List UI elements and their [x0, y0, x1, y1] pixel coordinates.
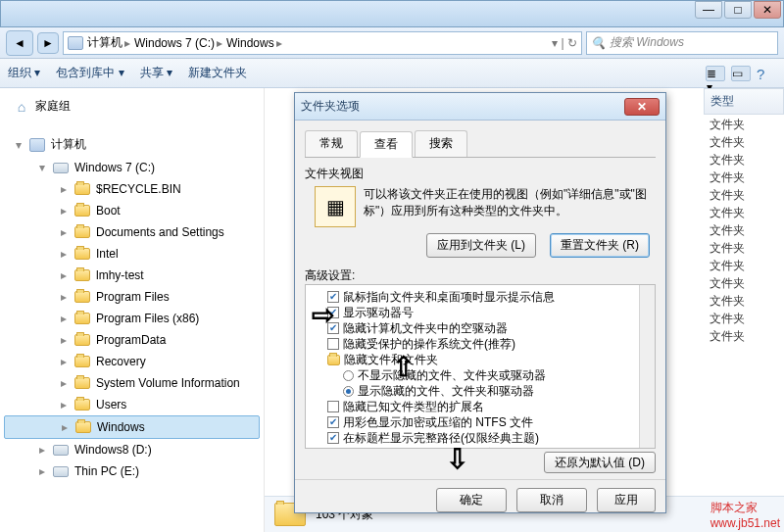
- folder-icon: [75, 421, 91, 433]
- dialog-title: 文件夹选项: [301, 98, 360, 115]
- radio-icon[interactable]: [343, 370, 354, 381]
- scrollbar[interactable]: [639, 285, 655, 448]
- type-cell: 文件夹: [704, 256, 784, 273]
- tree-folder[interactable]: ▸Windows: [4, 415, 260, 439]
- tab-general[interactable]: 常规: [305, 130, 358, 157]
- checkbox-icon[interactable]: [327, 338, 339, 350]
- folder-icon: [74, 248, 90, 260]
- adv-setting-item[interactable]: 隐藏受保护的操作系统文件(推荐): [308, 336, 653, 352]
- apply-button[interactable]: 应用: [597, 488, 656, 512]
- folder-view-label: 文件夹视图: [305, 166, 656, 182]
- adv-setting-item[interactable]: ✔显示驱动器号: [308, 305, 653, 320]
- adv-setting-item[interactable]: ✔用彩色显示加密或压缩的 NTFS 文件: [308, 414, 653, 430]
- drive-icon: [53, 163, 69, 173]
- tree-drive-e[interactable]: ▸Thin PC (E:): [4, 460, 260, 482]
- reset-folders-button[interactable]: 重置文件夹 (R): [550, 233, 650, 258]
- folder-view-icon: ▦: [315, 186, 356, 227]
- adv-setting-item[interactable]: ✔在标题栏显示完整路径(仅限经典主题): [308, 430, 653, 446]
- breadcrumb[interactable]: 计算机: [87, 34, 122, 51]
- apply-to-folders-button[interactable]: 应用到文件夹 (L): [426, 233, 536, 258]
- folder-icon: [327, 355, 340, 365]
- navigation-tree[interactable]: ⌂家庭组 ▾计算机 ▾Windows 7 (C:) ▸$RECYCLE.BIN▸…: [0, 88, 265, 532]
- tree-folder[interactable]: ▸Documents and Settings: [4, 221, 260, 243]
- tree-folder[interactable]: ▸Program Files: [4, 286, 260, 308]
- toolbar: 组织 ▾ 包含到库中 ▾ 共享 ▾ 新建文件夹 ≣ ▾ ▭ ?: [0, 59, 784, 88]
- advanced-settings-label: 高级设置:: [305, 267, 656, 284]
- advanced-settings-list[interactable]: ✔鼠标指向文件夹和桌面项时显示提示信息✔显示驱动器号✔隐藏计算机文件夹中的空驱动…: [305, 284, 656, 449]
- arrow-indicator-icon: ⇩: [446, 443, 468, 475]
- checkbox-icon[interactable]: [327, 401, 339, 412]
- watermark: 脚本之家 www.jb51.net: [710, 500, 780, 530]
- folder-icon: [74, 291, 90, 303]
- arrow-indicator-icon: ⇨: [312, 299, 334, 331]
- ok-button[interactable]: 确定: [436, 488, 507, 512]
- type-cell: 文件夹: [704, 291, 784, 309]
- maximize-button[interactable]: □: [724, 1, 752, 19]
- adv-setting-item[interactable]: 在单独的进程中打开文件夹窗口: [308, 446, 653, 449]
- folder-icon: [74, 205, 90, 217]
- adv-setting-item[interactable]: ✔隐藏计算机文件夹中的空驱动器: [308, 320, 653, 336]
- breadcrumb[interactable]: Windows: [226, 36, 274, 50]
- forward-button[interactable]: ►: [37, 32, 59, 54]
- drive-icon: [53, 466, 69, 477]
- folder-icon: [74, 377, 90, 389]
- tree-folder[interactable]: ▸Recovery: [4, 351, 260, 372]
- share-menu[interactable]: 共享 ▾: [140, 65, 172, 81]
- tree-folder[interactable]: ▸Intel: [4, 243, 260, 265]
- dialog-tabs: 常规 查看 搜索: [305, 130, 656, 158]
- tree-folder[interactable]: ▸Program Files (x86): [4, 308, 260, 329]
- type-cell: 文件夹: [704, 203, 784, 220]
- folder-icon: [74, 313, 90, 324]
- tree-drive-c[interactable]: ▾Windows 7 (C:): [4, 157, 260, 178]
- tree-homegroup[interactable]: ⌂家庭组: [4, 94, 260, 119]
- type-cell: 文件夹: [704, 132, 784, 150]
- tree-computer[interactable]: ▾计算机: [4, 132, 260, 157]
- checkbox-icon[interactable]: ✔: [327, 416, 339, 428]
- tree-folder[interactable]: ▸Users: [4, 394, 260, 415]
- radio-icon[interactable]: [343, 386, 354, 397]
- window-titlebar: — □ ✕: [0, 0, 784, 27]
- type-cell: 文件夹: [704, 273, 784, 291]
- column-header-type[interactable]: 类型: [704, 88, 784, 115]
- view-mode-button[interactable]: ≣ ▾: [706, 66, 725, 81]
- address-bar[interactable]: 计算机 ▸ Windows 7 (C:) ▸ Windows ▸ ▾ | ↻: [63, 31, 582, 55]
- type-cell: 文件夹: [704, 238, 784, 256]
- tab-view[interactable]: 查看: [360, 131, 413, 158]
- include-library-menu[interactable]: 包含到库中 ▾: [56, 65, 123, 81]
- adv-setting-item[interactable]: 不显示隐藏的文件、文件夹或驱动器: [308, 367, 653, 383]
- arrow-indicator-icon: ⇧: [392, 351, 415, 383]
- restore-defaults-button[interactable]: 还原为默认值 (D): [544, 452, 656, 473]
- tab-search[interactable]: 搜索: [415, 130, 467, 157]
- cancel-button[interactable]: 取消: [516, 488, 587, 512]
- dialog-close-button[interactable]: ✕: [624, 98, 660, 116]
- adv-setting-item[interactable]: 显示隐藏的文件、文件夹和驱动器: [308, 383, 653, 399]
- close-button[interactable]: ✕: [754, 1, 781, 19]
- folder-icon: [74, 356, 90, 367]
- tree-folder[interactable]: ▸Boot: [4, 200, 260, 221]
- checkbox-icon[interactable]: [327, 448, 339, 449]
- window-controls: — □ ✕: [695, 1, 783, 19]
- adv-setting-item[interactable]: ✔鼠标指向文件夹和桌面项时显示提示信息: [308, 289, 653, 305]
- tree-folder[interactable]: ▸$RECYCLE.BIN: [4, 178, 260, 200]
- tree-folder[interactable]: ▸System Volume Information: [4, 372, 260, 394]
- type-cell: 文件夹: [704, 185, 784, 203]
- adv-setting-item[interactable]: 隐藏文件和文件夹: [308, 352, 653, 367]
- checkbox-icon[interactable]: ✔: [327, 432, 339, 444]
- tree-folder[interactable]: ▸lmhy-test: [4, 265, 260, 286]
- organize-menu[interactable]: 组织 ▾: [8, 65, 40, 81]
- tree-drive-d[interactable]: ▸Windows8 (D:): [4, 439, 260, 460]
- tree-folder[interactable]: ▸ProgramData: [4, 329, 260, 351]
- minimize-button[interactable]: —: [695, 1, 722, 19]
- back-button[interactable]: ◄: [6, 30, 33, 56]
- adv-setting-item[interactable]: 隐藏已知文件类型的扩展名: [308, 399, 653, 414]
- dialog-titlebar[interactable]: 文件夹选项 ✕: [295, 93, 665, 121]
- new-folder-button[interactable]: 新建文件夹: [188, 65, 247, 81]
- type-cell: 文件夹: [704, 168, 784, 185]
- breadcrumb[interactable]: Windows 7 (C:): [134, 36, 215, 50]
- help-button[interactable]: ?: [757, 66, 776, 81]
- search-input[interactable]: 🔍 搜索 Windows: [586, 31, 778, 55]
- preview-pane-button[interactable]: ▭: [731, 66, 751, 81]
- type-cell: 文件夹: [704, 150, 784, 168]
- folder-icon: [74, 334, 90, 346]
- folder-view-description: 可以将该文件夹正在使用的视图（例如"详细信息"或"图标"）应用到所有这种类型的文…: [364, 186, 656, 227]
